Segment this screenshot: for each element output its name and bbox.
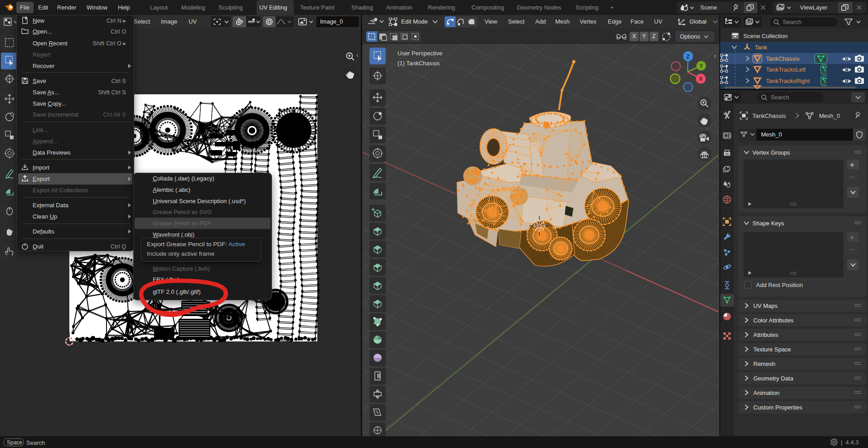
svg-text:X: X bbox=[699, 76, 703, 82]
svg-text:Z: Z bbox=[686, 54, 689, 60]
svg-text:Y: Y bbox=[699, 63, 703, 69]
